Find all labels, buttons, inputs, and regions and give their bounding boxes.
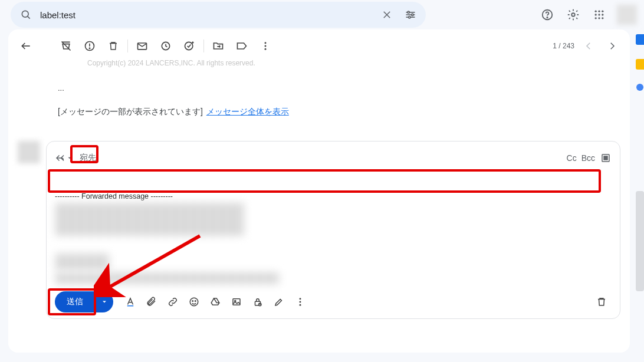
report-spam-button[interactable] — [78, 34, 101, 58]
svg-point-29 — [185, 42, 193, 50]
side-app-3[interactable] — [636, 84, 643, 91]
toolbar-separator — [203, 40, 204, 52]
scrollbar[interactable] — [636, 191, 644, 291]
search-box[interactable] — [11, 2, 426, 28]
top-bar — [0, 0, 644, 29]
next-message-button[interactable] — [600, 34, 624, 58]
send-options-button[interactable] — [96, 291, 113, 312]
discard-draft-icon[interactable] — [592, 292, 612, 312]
settings-gear-icon[interactable] — [561, 3, 585, 27]
image-icon[interactable] — [226, 292, 247, 312]
forward-header: ---------- Forwarded message --------- — [55, 192, 612, 200]
svg-line-1 — [28, 17, 30, 19]
svg-point-7 — [408, 11, 409, 13]
move-to-button[interactable] — [206, 34, 230, 58]
copyright-text: Copyright(c) 2024 LANCERS,INC. All right… — [50, 59, 613, 67]
drive-icon[interactable] — [205, 292, 225, 312]
svg-point-8 — [412, 14, 413, 15]
apps-grid-icon[interactable] — [587, 3, 611, 27]
svg-point-32 — [265, 42, 267, 44]
cc-button[interactable]: Cc — [567, 153, 577, 163]
search-input[interactable] — [38, 10, 375, 20]
annotation-arrow — [94, 232, 206, 297]
compose-card: 宛先 Cc Bcc ---------- Forwarded message -… — [46, 141, 620, 319]
attach-icon[interactable] — [142, 292, 162, 312]
svg-point-14 — [598, 11, 600, 12]
svg-point-18 — [602, 14, 603, 15]
recipient-row: 宛先 Cc Bcc — [55, 149, 612, 167]
redacted-content — [55, 272, 279, 284]
redacted-content — [55, 203, 244, 236]
svg-point-11 — [547, 17, 547, 18]
svg-point-47 — [300, 301, 301, 303]
svg-point-16 — [595, 14, 597, 15]
mark-unread-button[interactable] — [130, 34, 154, 58]
reply-type-button[interactable] — [55, 153, 73, 163]
svg-point-48 — [300, 304, 301, 306]
popout-icon[interactable] — [600, 152, 612, 164]
page-counter: 1 / 243 — [553, 42, 574, 50]
redacted-content — [55, 254, 109, 270]
confidential-icon[interactable] — [248, 292, 268, 312]
send-button[interactable]: 送信 — [55, 291, 95, 312]
compose-more-icon[interactable] — [290, 292, 310, 312]
side-app-2[interactable] — [636, 59, 644, 70]
ellipsis-collapse[interactable]: ... — [50, 84, 613, 93]
mail-main-panel: 1 / 243 Copyright(c) 2024 LANCERS,INC. A… — [8, 29, 630, 353]
svg-point-39 — [190, 298, 198, 306]
account-avatar[interactable] — [617, 5, 637, 25]
svg-point-17 — [598, 14, 600, 15]
svg-point-40 — [192, 301, 193, 302]
svg-point-34 — [265, 48, 267, 50]
compose-area: 宛先 Cc Bcc ---------- Forwarded message -… — [18, 141, 620, 319]
svg-point-41 — [195, 301, 196, 302]
svg-point-9 — [409, 17, 410, 18]
mail-toolbar: 1 / 243 — [8, 33, 630, 59]
clear-search-icon[interactable] — [375, 3, 399, 27]
labels-button[interactable] — [230, 34, 254, 58]
recipient-label[interactable]: 宛先 — [77, 152, 98, 164]
search-options-icon[interactable] — [399, 3, 422, 27]
sender-avatar — [18, 141, 40, 163]
svg-rect-42 — [233, 299, 240, 305]
prev-message-button[interactable] — [577, 34, 600, 58]
snooze-button[interactable] — [154, 34, 178, 58]
svg-point-46 — [300, 298, 301, 300]
bcc-button[interactable]: Bcc — [581, 153, 595, 163]
svg-rect-37 — [604, 156, 607, 160]
signature-icon[interactable] — [269, 292, 289, 312]
svg-point-0 — [22, 11, 28, 17]
delete-button[interactable] — [101, 34, 125, 58]
message-preview: Copyright(c) 2024 LANCERS,INC. All right… — [8, 59, 630, 117]
svg-point-12 — [571, 13, 575, 17]
svg-point-21 — [602, 17, 603, 19]
emoji-icon[interactable] — [184, 292, 204, 312]
add-task-button[interactable] — [178, 34, 201, 58]
svg-point-26 — [89, 48, 90, 48]
compose-body-input[interactable] — [55, 172, 612, 189]
svg-point-15 — [602, 11, 603, 12]
truncated-label: [メッセージの一部が表示されています] — [58, 107, 203, 117]
format-text-icon[interactable] — [120, 292, 140, 312]
compose-toolbar: 送信 — [55, 291, 612, 312]
toolbar-separator — [127, 40, 128, 52]
svg-point-33 — [265, 45, 267, 47]
back-button[interactable] — [14, 34, 38, 58]
svg-point-13 — [595, 11, 597, 12]
svg-point-19 — [595, 17, 597, 19]
archive-button[interactable] — [54, 34, 78, 58]
side-app-1[interactable] — [636, 34, 644, 45]
link-icon[interactable] — [163, 292, 183, 312]
side-panel — [636, 34, 644, 105]
show-full-message-link[interactable]: メッセージ全体を表示 — [206, 107, 289, 117]
search-icon[interactable] — [14, 3, 38, 27]
top-right — [535, 3, 637, 27]
more-button[interactable] — [254, 34, 277, 58]
svg-point-20 — [598, 17, 600, 19]
help-icon[interactable] — [535, 3, 559, 27]
